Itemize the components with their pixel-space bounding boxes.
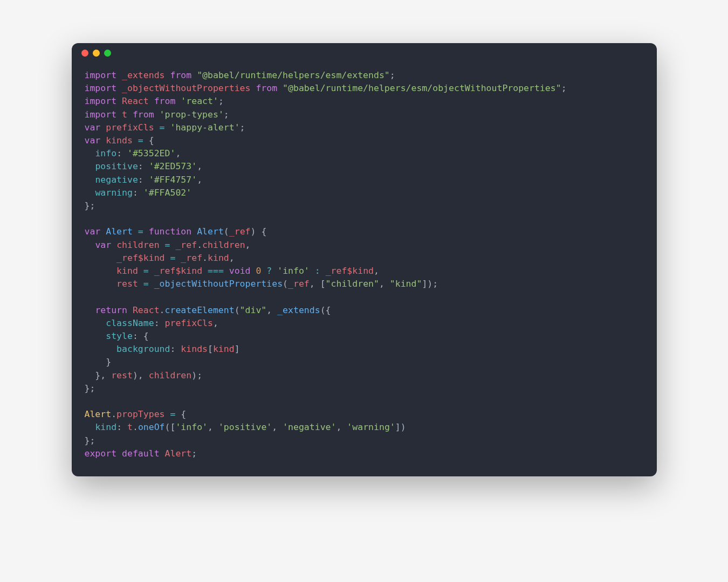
code-token: import (85, 70, 117, 80)
code-line: kind = _ref$kind === void 0 ? 'info' : _… (85, 265, 644, 278)
code-line: rest = _objectWithoutProperties(_ref, ["… (85, 278, 644, 290)
code-token: children (116, 240, 159, 250)
code-token: import (85, 109, 117, 120)
code-token: ; (240, 122, 245, 133)
code-line (85, 212, 644, 225)
code-token: . (197, 240, 202, 250)
code-token: }; (85, 200, 95, 211)
code-token: 'info' (175, 422, 208, 432)
code-token: children (202, 240, 245, 250)
code-token: negative (95, 175, 138, 185)
code-token (224, 266, 229, 276)
code-token: '#FF4757' (149, 175, 197, 185)
code-line (85, 290, 644, 303)
code-token: void (229, 266, 251, 276)
code-token (175, 253, 181, 263)
code-token: = (165, 240, 170, 250)
code-token: children (149, 370, 191, 380)
code-line (85, 395, 644, 408)
code-token: var (85, 226, 101, 237)
code-token (116, 70, 122, 80)
code-token: , (272, 422, 283, 432)
code-token: prefixCls (165, 318, 213, 328)
code-token: = (138, 135, 143, 146)
code-token: _ref (288, 279, 310, 289)
code-token: ]) (395, 422, 406, 432)
code-token: info (95, 148, 116, 158)
code-token: React (122, 96, 149, 106)
minimize-button[interactable] (93, 50, 100, 57)
code-token (165, 409, 170, 419)
code-window: import _extends from "@babel/runtime/hel… (72, 43, 657, 476)
code-token: _extends (122, 70, 164, 80)
code-token (202, 266, 208, 276)
code-token: kind (95, 422, 116, 432)
code-token (85, 148, 95, 158)
code-token: import (85, 96, 117, 106)
code-token: : (116, 148, 127, 158)
code-token (85, 175, 95, 185)
code-token: } (85, 357, 112, 367)
close-button[interactable] (81, 50, 88, 57)
code-token: 'happy-alert' (170, 122, 239, 133)
code-token: , (336, 422, 347, 432)
code-token (133, 226, 138, 237)
code-token (154, 109, 160, 120)
code-token: oneOf (138, 422, 165, 432)
code-token: ; (224, 109, 229, 120)
code-token: Alert (85, 409, 112, 419)
maximize-button[interactable] (104, 50, 111, 57)
code-editor[interactable]: import _extends from "@babel/runtime/hel… (72, 63, 657, 476)
code-token: ]); (422, 279, 438, 289)
code-token: ( (224, 226, 229, 237)
code-token (85, 188, 95, 198)
code-token (116, 96, 122, 106)
code-token: : (138, 175, 149, 185)
code-token: ] (235, 344, 240, 354)
code-token: createElement (165, 305, 235, 315)
code-line: export default Alert; (85, 447, 644, 460)
code-token (85, 161, 95, 171)
code-token: rest (116, 279, 138, 289)
code-token (149, 96, 154, 106)
code-line: var prefixCls = 'happy-alert'; (85, 121, 644, 134)
code-token (100, 135, 106, 146)
code-token: , (229, 253, 235, 263)
code-line: }; (85, 382, 644, 395)
code-token: = (170, 253, 175, 263)
code-token (154, 122, 160, 133)
code-line: }; (85, 434, 644, 447)
code-token: . (160, 305, 165, 315)
code-token: , (197, 161, 202, 171)
code-token (191, 70, 197, 80)
code-token: "@babel/runtime/helpers/esm/objectWithou… (283, 83, 561, 93)
code-token: 'prop-types' (160, 109, 224, 120)
code-token: _ref (229, 226, 251, 237)
code-token (85, 344, 117, 354)
code-token: var (95, 240, 111, 250)
code-token: '#2ED573' (149, 161, 197, 171)
code-token (85, 305, 95, 315)
code-token: prefixCls (106, 122, 154, 133)
code-token: [ (208, 344, 213, 354)
code-token (251, 266, 256, 276)
code-token: "children" (326, 279, 379, 289)
code-token: ; (561, 83, 567, 93)
code-token: _objectWithoutProperties (154, 279, 283, 289)
code-token: kinds (181, 344, 208, 354)
code-token (149, 279, 154, 289)
code-token (116, 83, 122, 93)
code-token: : (116, 422, 127, 432)
code-token (127, 109, 133, 120)
code-token: t (127, 422, 133, 432)
code-token (191, 226, 197, 237)
code-token (116, 109, 122, 120)
code-token: = (160, 122, 165, 133)
code-token: : { (133, 331, 149, 341)
code-token: Alert (106, 226, 133, 237)
code-token: ( (235, 305, 240, 315)
code-token: React (133, 305, 160, 315)
code-token: kind (116, 266, 138, 276)
code-token: = (143, 266, 149, 276)
code-token: ); (191, 370, 202, 380)
